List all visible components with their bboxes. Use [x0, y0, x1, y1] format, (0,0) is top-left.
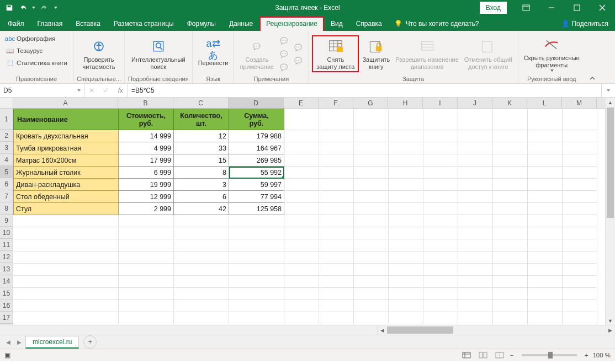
- cell[interactable]: [14, 215, 119, 227]
- row-header[interactable]: 9: [0, 215, 13, 227]
- cell[interactable]: [493, 264, 528, 276]
- cell[interactable]: [458, 215, 493, 227]
- cell[interactable]: [493, 227, 528, 239]
- sum-cell[interactable]: 77 994: [229, 191, 284, 203]
- header-name-cell[interactable]: Наименование: [14, 109, 119, 130]
- cell[interactable]: [458, 239, 493, 251]
- maximize-icon[interactable]: [564, 0, 590, 15]
- col-header[interactable]: D: [229, 98, 284, 108]
- cell[interactable]: [389, 312, 423, 324]
- col-header[interactable]: I: [423, 98, 458, 108]
- cell[interactable]: [389, 142, 423, 154]
- cell[interactable]: [389, 179, 423, 191]
- cell[interactable]: [319, 288, 354, 300]
- cell[interactable]: [563, 109, 597, 130]
- cell[interactable]: [354, 239, 389, 251]
- cell[interactable]: [319, 154, 354, 167]
- cell[interactable]: [284, 109, 319, 130]
- tell-me-search[interactable]: 💡 Что вы хотите сделать?: [389, 17, 485, 31]
- sum-cell[interactable]: 164 967: [229, 142, 284, 154]
- cell[interactable]: [284, 167, 319, 179]
- enter-formula-button[interactable]: ✓: [99, 87, 113, 94]
- cell[interactable]: [354, 264, 389, 276]
- cell[interactable]: [423, 312, 458, 324]
- cell[interactable]: [319, 167, 354, 179]
- ribbon-display-icon[interactable]: [513, 0, 539, 15]
- cell[interactable]: [319, 300, 354, 312]
- cell[interactable]: [563, 154, 597, 167]
- cell[interactable]: [229, 276, 284, 288]
- cell[interactable]: [119, 239, 174, 251]
- cell[interactable]: [319, 312, 354, 324]
- cell[interactable]: [14, 312, 119, 324]
- cell[interactable]: [354, 203, 389, 215]
- cell[interactable]: [14, 300, 119, 312]
- name-box[interactable]: D5: [0, 84, 84, 97]
- cell[interactable]: [423, 239, 458, 251]
- cell[interactable]: [528, 154, 563, 167]
- cell[interactable]: [528, 276, 563, 288]
- cell[interactable]: [354, 276, 389, 288]
- tab-view[interactable]: Вид: [324, 17, 349, 31]
- cell[interactable]: [119, 300, 174, 312]
- cell[interactable]: [493, 276, 528, 288]
- cell[interactable]: [229, 300, 284, 312]
- cell[interactable]: [493, 203, 528, 215]
- page-break-view-button[interactable]: [494, 350, 506, 360]
- cell[interactable]: [423, 142, 458, 154]
- page-layout-view-button[interactable]: [477, 350, 489, 360]
- row-header[interactable]: 8: [0, 202, 13, 215]
- cell[interactable]: [284, 154, 319, 167]
- cell[interactable]: [563, 142, 597, 154]
- cell[interactable]: [174, 264, 229, 276]
- cell[interactable]: [528, 191, 563, 203]
- cell[interactable]: [389, 276, 423, 288]
- cell[interactable]: [119, 264, 174, 276]
- cell[interactable]: [119, 227, 174, 239]
- tab-home[interactable]: Главная: [31, 17, 70, 31]
- cell[interactable]: [458, 288, 493, 300]
- sum-cell[interactable]: 59 997: [229, 179, 284, 191]
- qat-customize-icon[interactable]: [54, 7, 57, 9]
- cell[interactable]: [174, 239, 229, 251]
- cell[interactable]: [389, 300, 423, 312]
- cell[interactable]: [528, 300, 563, 312]
- header-cost-cell[interactable]: Стоимость, руб.: [119, 109, 174, 130]
- sum-cell[interactable]: 125 958: [229, 203, 284, 215]
- cell[interactable]: [354, 251, 389, 264]
- tab-file[interactable]: Файл: [1, 17, 31, 31]
- cell[interactable]: [458, 142, 493, 154]
- col-header[interactable]: B: [118, 98, 173, 108]
- cell[interactable]: [528, 109, 563, 130]
- cell[interactable]: [458, 312, 493, 324]
- undo-icon[interactable]: [18, 2, 30, 14]
- cell[interactable]: [174, 227, 229, 239]
- cell[interactable]: [354, 227, 389, 239]
- cell[interactable]: [423, 154, 458, 167]
- cell[interactable]: [423, 251, 458, 264]
- cell[interactable]: [423, 130, 458, 142]
- row-header[interactable]: 12: [0, 251, 13, 263]
- cell[interactable]: [563, 276, 597, 288]
- row-header[interactable]: 7: [0, 190, 13, 202]
- cell[interactable]: [284, 300, 319, 312]
- name-cell[interactable]: Тумба прикроватная: [14, 142, 119, 154]
- cell[interactable]: [493, 215, 528, 227]
- scroll-down-icon[interactable]: ▼: [606, 316, 615, 325]
- cell[interactable]: [319, 142, 354, 154]
- cell[interactable]: [174, 312, 229, 324]
- cell[interactable]: [423, 215, 458, 227]
- add-sheet-button[interactable]: +: [83, 335, 97, 349]
- col-header[interactable]: G: [353, 98, 388, 108]
- cell[interactable]: [284, 264, 319, 276]
- cell[interactable]: [354, 312, 389, 324]
- cost-cell[interactable]: 6 999: [119, 167, 174, 179]
- cell[interactable]: [319, 130, 354, 142]
- cell[interactable]: [563, 300, 597, 312]
- scroll-right-icon[interactable]: ▶: [606, 328, 615, 333]
- cell[interactable]: [528, 288, 563, 300]
- cell[interactable]: [458, 264, 493, 276]
- cell[interactable]: [528, 251, 563, 264]
- cell[interactable]: [229, 215, 284, 227]
- sheet-nav-next-icon[interactable]: ▶: [14, 339, 24, 345]
